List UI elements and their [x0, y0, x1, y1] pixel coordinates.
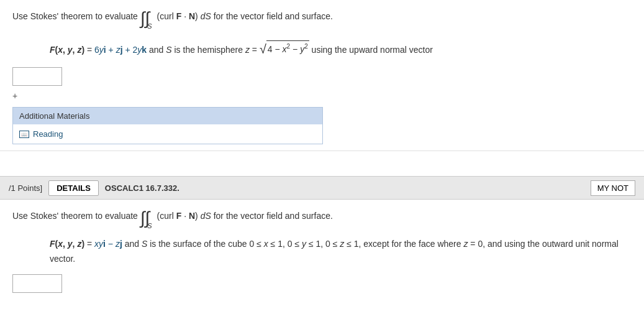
- problem-2-section: Use Stokes' theorem to evaluate ∫∫ S (cu…: [0, 200, 644, 299]
- problem-1-formula: F(x, y, z) = 6yi + zj + 2yk and S is the…: [50, 37, 632, 60]
- problem-1-integral-desc: (curl F · N) dS for the vector field and…: [157, 11, 333, 21]
- reading-label: Reading: [33, 129, 63, 139]
- answer-input-1[interactable]: [12, 67, 62, 86]
- reading-link[interactable]: 📖 Reading: [19, 129, 316, 139]
- divider-bar: /1 Points] DETAILS OSCALC1 16.7.332. MY …: [0, 176, 644, 200]
- problem-1-statement: Use Stokes' theorem to evaluate ∫∫ S (cu…: [12, 11, 632, 29]
- problem-1-intro: Use Stokes' theorem to evaluate: [12, 11, 138, 21]
- plus-sign-1: +: [12, 91, 632, 101]
- course-code: OSCALC1 16.7.332.: [105, 183, 179, 193]
- problem-2-integral-desc: (curl F · N) dS for the vector field and…: [157, 211, 333, 221]
- problem-2-statement: Use Stokes' theorem to evaluate ∫∫ S (cu…: [12, 211, 632, 228]
- integral-symbol-1: ∫∫ S: [140, 11, 155, 29]
- additional-materials-1: Additional Materials 📖 Reading: [12, 107, 323, 144]
- problem-2-intro: Use Stokes' theorem to evaluate: [12, 211, 138, 221]
- answer-box-2-container: [12, 274, 632, 293]
- reading-icon: 📖: [19, 131, 29, 138]
- answer-input-2[interactable]: [12, 274, 62, 293]
- additional-materials-header: Additional Materials: [13, 108, 322, 124]
- problem-2-formula: F(x, y, z) = xyi − zj and S is the surfa…: [50, 237, 632, 267]
- integral-symbol-2: ∫∫ S: [140, 211, 155, 228]
- my-notes-button[interactable]: MY NOT: [591, 180, 635, 196]
- answer-box-1: [12, 67, 632, 86]
- problem-1-section: Use Stokes' theorem to evaluate ∫∫ S (cu…: [0, 0, 644, 151]
- points-label: /1 Points]: [9, 183, 42, 193]
- details-button[interactable]: DETAILS: [48, 180, 99, 196]
- sqrt-expression-1: √ 4 − x2 − y2: [260, 37, 309, 60]
- additional-materials-body: 📖 Reading: [13, 124, 322, 144]
